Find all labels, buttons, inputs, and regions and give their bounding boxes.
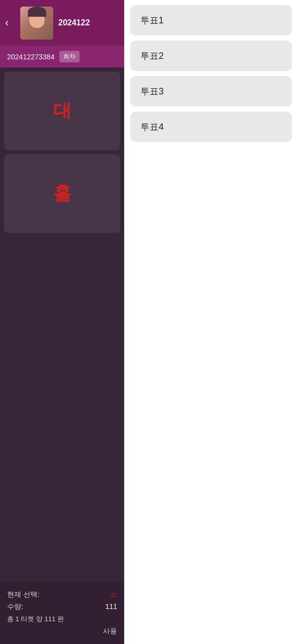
bottom-info: 현재 선택: 소 수량: 111 총 1 티켓 양 111 완 사용 <box>0 582 124 644</box>
category-card-hol[interactable]: 홀 <box>4 154 120 233</box>
current-selection-row: 현재 선택: 소 <box>7 590 117 599</box>
vote-option-3[interactable]: 투표3 <box>130 76 292 107</box>
category-label-hol: 홀 <box>53 181 71 206</box>
vote-option-3-label: 투표3 <box>140 86 164 96</box>
back-button[interactable]: ‹ <box>5 16 9 29</box>
vote-option-4-label: 투표4 <box>140 122 164 132</box>
vote-option-2-label: 투표2 <box>140 51 164 61</box>
round-badge: 회차 <box>59 51 80 62</box>
vote-option-4[interactable]: 투표4 <box>130 112 292 142</box>
usage-label: 사용 <box>7 627 117 636</box>
header: ‹ 2024122 <box>0 0 124 46</box>
category-label-dae: 대 <box>53 98 71 123</box>
vote-option-2[interactable]: 투표2 <box>130 41 292 71</box>
category-card-dae[interactable]: 대 <box>4 72 120 150</box>
quantity-value: 111 <box>105 602 117 612</box>
current-selection-value: 소 <box>110 590 117 599</box>
current-selection-label: 현재 선택: <box>7 590 40 599</box>
profile-section: 2024122 <box>20 7 90 40</box>
profile-id: 2024122 <box>58 18 90 27</box>
avatar-image <box>20 7 53 40</box>
total-info: 총 1 티켓 양 111 완 <box>7 615 117 624</box>
avatar <box>20 7 53 40</box>
vote-option-1[interactable]: 투표1 <box>130 5 292 36</box>
sub-header: 202412273384 회차 <box>0 46 124 67</box>
vote-dropdown-panel: 투표1 투표2 투표3 투표4 <box>124 0 298 644</box>
full-id: 202412273384 <box>7 53 54 61</box>
left-panel: ‹ 2024122 202412273384 회차 대 홀 현재 선택: 소 수… <box>0 0 124 644</box>
vote-option-1-label: 투표1 <box>140 15 164 25</box>
quantity-row: 수량: 111 <box>7 602 117 612</box>
quantity-label: 수량: <box>7 602 23 612</box>
